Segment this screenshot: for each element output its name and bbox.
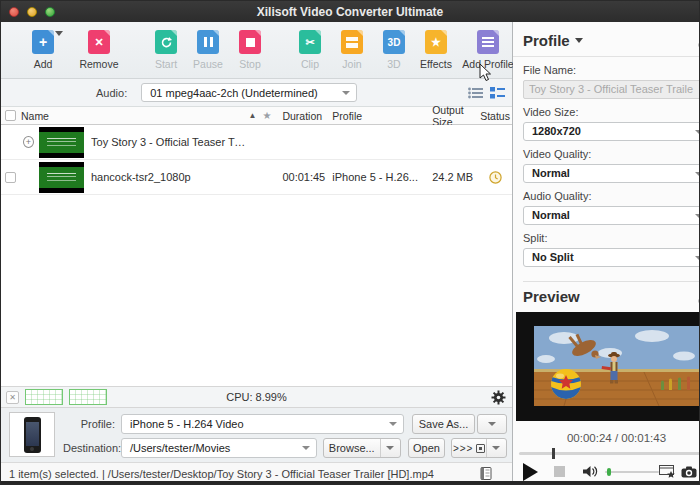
seek-slider[interactable]	[519, 452, 700, 455]
device-transfer-icon	[476, 444, 485, 453]
file-name: Toy Story 3 - Official Teaser Traile...	[91, 136, 248, 148]
chevron-down-icon	[488, 422, 496, 426]
cpu-bar: CPU: 8.99% ✕	[1, 386, 512, 408]
video-size-select[interactable]: 1280x720	[523, 122, 700, 141]
chevron-down-icon	[342, 91, 350, 95]
seek-thumb[interactable]	[552, 448, 555, 459]
status-text: 1 item(s) selected. | /Users/tester/Desk…	[9, 468, 434, 480]
column-header-profile[interactable]: Profile	[332, 110, 424, 122]
chevron-down-icon	[695, 130, 700, 134]
browse-button-group: Browse...	[323, 438, 401, 458]
preview-panel-title: Preview	[523, 288, 580, 305]
column-header-favorite[interactable]: ★	[262, 110, 282, 121]
save-as-dropdown-button[interactable]	[477, 414, 507, 434]
device-preview	[9, 412, 55, 457]
column-header-name[interactable]: Name	[21, 110, 249, 122]
browse-dropdown-button[interactable]	[381, 446, 400, 450]
video-size-label: Video Size:	[523, 106, 700, 118]
add-profile-icon	[477, 30, 499, 54]
row-checkbox[interactable]	[5, 172, 16, 183]
clip-button[interactable]: ✂ Clip	[289, 30, 331, 70]
detail-view-icon[interactable]	[490, 87, 505, 99]
remove-button[interactable]: ✕ Remove	[71, 30, 127, 70]
add-dropdown-caret[interactable]	[55, 31, 63, 36]
speaker-icon[interactable]	[583, 465, 599, 478]
waiting-clock-icon	[489, 171, 502, 184]
join-icon	[341, 30, 363, 54]
list-view-icon[interactable]	[468, 87, 483, 99]
notepad-icon[interactable]	[480, 467, 492, 480]
file-list-header: Name ▲ ★ Duration Profile Output Size St…	[1, 107, 512, 125]
column-header-status[interactable]: Status	[478, 110, 512, 122]
main-panel: + Add ✕ Remove	[1, 22, 513, 484]
start-button[interactable]: Start	[145, 30, 187, 70]
chevron-down-icon	[695, 256, 700, 260]
transfer-dropdown-button[interactable]	[487, 446, 506, 450]
stop-button[interactable]: Stop	[229, 30, 271, 70]
side-panel: Profile File Name: Video Size: 1280x720 …	[513, 22, 700, 484]
open-button[interactable]: Open	[408, 438, 446, 458]
profile-cell: iPhone 5 - H.26...	[332, 171, 424, 183]
file-list-empty-area[interactable]	[1, 195, 512, 386]
join-button[interactable]: Join	[331, 30, 373, 70]
destination-label: Destination:	[63, 442, 115, 454]
audio-quality-select[interactable]: Normal	[523, 206, 700, 225]
add-button[interactable]: + Add	[15, 30, 71, 70]
save-as-button[interactable]: Save As...	[412, 414, 475, 434]
transport-controls	[523, 463, 700, 481]
camera-icon[interactable]	[681, 466, 697, 478]
status-cell	[478, 171, 512, 184]
plus-circle-icon[interactable]: +	[23, 136, 34, 148]
file-name: hancock-tsr2_1080p	[91, 171, 191, 183]
chevron-down-icon[interactable]	[575, 38, 583, 43]
clip-icon: ✂	[299, 30, 321, 54]
remove-icon: ✕	[88, 30, 110, 54]
table-row[interactable]: hancock-tsr2_1080p 00:01:45 iPhone 5 - H…	[1, 160, 512, 195]
output-size-cell: 24.2 MB	[424, 171, 478, 183]
preview-video	[516, 312, 700, 422]
table-row[interactable]: + Toy Story 3 - Official Teaser Traile..…	[1, 125, 512, 160]
split-select[interactable]: No Split	[523, 248, 700, 267]
video-quality-label: Video Quality:	[523, 148, 700, 160]
preview-section: Preview	[523, 281, 700, 309]
destination-select[interactable]: /Users/tester/Movies	[121, 438, 317, 458]
video-thumbnail	[39, 162, 84, 193]
video-thumbnail	[39, 127, 84, 158]
file-name-input[interactable]	[523, 80, 700, 99]
transfer-button-group: >>>	[451, 438, 507, 458]
transfer-button[interactable]: >>>	[452, 439, 487, 457]
volume-thumb[interactable]	[607, 468, 611, 476]
effects-button[interactable]: ★ Effects	[415, 30, 457, 70]
pause-button[interactable]: Pause	[187, 30, 229, 70]
volume-slider[interactable]	[605, 471, 659, 473]
threed-button[interactable]: 3D 3D	[373, 30, 415, 70]
stop-playback-icon[interactable]	[554, 466, 565, 477]
cpu-usage-label: CPU: 8.99%	[1, 391, 512, 403]
toolbar: + Add ✕ Remove	[1, 22, 512, 79]
playback-time: 00:00:24 / 00:01:43	[523, 432, 700, 444]
chevron-down-icon	[389, 422, 397, 426]
output-profile-select[interactable]: iPhone 5 - H.264 Video	[121, 414, 404, 434]
audio-track-select[interactable]: 01 mpeg4aac-2ch (Undetermined)	[141, 83, 357, 102]
select-all-checkbox[interactable]	[5, 110, 16, 121]
column-header-output-size[interactable]: Output Size	[424, 104, 478, 128]
stop-icon	[239, 30, 261, 54]
screencast-icon[interactable]	[659, 465, 676, 478]
title-bar: Xilisoft Video Converter Ultimate	[1, 1, 699, 22]
pause-icon	[197, 30, 219, 54]
browse-button[interactable]: Browse...	[324, 439, 381, 457]
window-title: Xilisoft Video Converter Ultimate	[1, 5, 699, 19]
toy-story-frame	[534, 326, 700, 406]
column-header-duration[interactable]: Duration	[282, 110, 332, 122]
play-icon[interactable]	[523, 463, 538, 481]
video-quality-select[interactable]: Normal	[523, 164, 700, 183]
gear-icon[interactable]	[491, 390, 506, 405]
chevron-down-icon	[695, 214, 700, 218]
iphone-icon	[24, 417, 41, 453]
output-panel: Profile: iPhone 5 - H.264 Video Save As.…	[1, 408, 512, 462]
chevron-down-icon	[492, 446, 500, 450]
sort-asc-icon[interactable]: ▲	[249, 111, 263, 120]
profile-label: Profile:	[63, 418, 115, 430]
3d-icon: 3D	[383, 30, 405, 54]
split-label: Split:	[523, 232, 700, 244]
